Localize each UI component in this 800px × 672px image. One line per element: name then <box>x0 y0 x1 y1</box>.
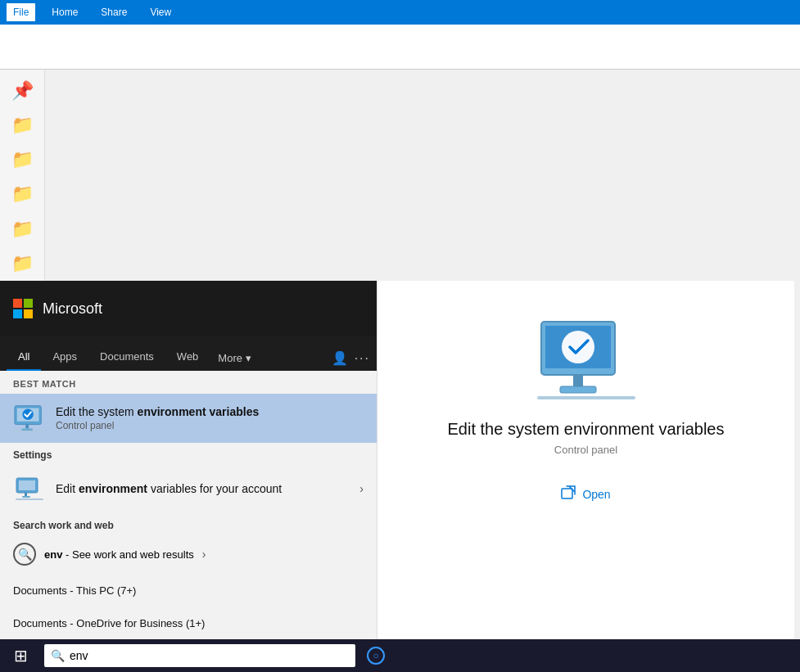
settings-label: Settings <box>0 443 377 464</box>
web-search-item[interactable]: 🔍 env - See work and web results › <box>0 534 377 574</box>
web-search-icon: 🔍 <box>13 543 36 566</box>
windows-logo-icon: ⊞ <box>14 646 28 665</box>
svg-rect-18 <box>562 489 572 498</box>
docs-this-pc-text: Documents - This PC (7+) <box>13 584 136 597</box>
ribbon-tab-share[interactable]: Share <box>94 3 133 21</box>
svg-rect-10 <box>16 498 43 500</box>
user-icon[interactable]: 👤 <box>332 350 348 366</box>
search-nav-tabs: All Apps Documents Web More ▾ 👤 ··· <box>0 336 377 371</box>
best-match-label: Best match <box>0 371 377 394</box>
search-panel-right: Edit the system environment variables Co… <box>377 281 794 639</box>
taskbar: ⊞ 🔍 ○ <box>0 639 800 672</box>
svg-rect-15 <box>573 375 583 386</box>
result-monitor-icon <box>13 402 46 435</box>
search-icon: 🔍 <box>51 649 65 662</box>
svg-rect-5 <box>13 431 46 432</box>
ribbon-tab-view[interactable]: View <box>143 3 178 21</box>
best-match-subtitle: Control panel <box>56 420 364 431</box>
detail-computer-icon <box>537 318 635 399</box>
ribbon-tab-file[interactable]: File <box>7 3 35 21</box>
best-match-text: Edit the system environment variables Co… <box>56 405 364 431</box>
microsoft-title: Microsoft <box>43 300 102 318</box>
logo-red <box>13 299 22 308</box>
tab-documents[interactable]: Documents <box>88 344 165 371</box>
docs-onedrive-text: Documents - OneDrive for Business (1+) <box>13 617 205 629</box>
settings-env-text: Edit environment variables for your acco… <box>56 482 350 495</box>
search-overlay: Microsoft All Apps Documents Web More ▾ … <box>0 281 794 639</box>
detail-title: Edit the system environment variables <box>432 420 741 439</box>
detail-subtitle: Control panel <box>554 444 617 456</box>
microsoft-header: Microsoft <box>0 281 377 336</box>
logo-blue <box>13 309 22 318</box>
computer-icon-svg <box>13 404 46 433</box>
settings-monitor-icon <box>13 472 46 505</box>
logo-yellow <box>24 309 33 318</box>
svg-rect-17 <box>537 396 635 399</box>
svg-rect-8 <box>25 493 27 496</box>
web-search-text: env - See work and web results <box>44 548 194 561</box>
pin-icon[interactable]: 📌 <box>7 76 38 106</box>
svg-rect-3 <box>25 425 29 429</box>
open-label: Open <box>582 488 610 501</box>
folder-icon-4[interactable]: 📁 <box>7 214 38 244</box>
folder-icon-2[interactable]: 📁 <box>7 145 38 174</box>
ribbon-tab-home[interactable]: Home <box>45 3 84 21</box>
best-match-title: Edit the system environment variables <box>56 405 364 418</box>
nav-action-icons: 👤 ··· <box>332 350 370 371</box>
folder-icon-3[interactable]: 📁 <box>7 179 38 209</box>
best-match-item[interactable]: Edit the system environment variables Co… <box>0 394 377 443</box>
tab-web[interactable]: Web <box>165 344 210 371</box>
svg-rect-9 <box>22 496 30 498</box>
tab-more[interactable]: More ▾ <box>210 345 260 371</box>
search-input[interactable] <box>70 649 349 662</box>
folder-icon-5[interactable]: 📁 <box>7 249 38 278</box>
settings-env-title: Edit environment variables for your acco… <box>56 482 350 495</box>
chevron-down-icon: ▾ <box>246 352 251 364</box>
cortana-button[interactable]: ○ <box>355 639 396 672</box>
web-search-label: Search work and web <box>0 513 377 534</box>
settings-env-arrow: › <box>359 482 364 495</box>
cortana-icon: ○ <box>367 647 385 665</box>
docs-onedrive-item[interactable]: Documents - OneDrive for Business (1+) <box>0 607 377 639</box>
svg-point-14 <box>562 331 594 363</box>
svg-rect-4 <box>21 428 32 431</box>
microsoft-logo <box>13 299 33 318</box>
svg-rect-16 <box>560 386 596 393</box>
web-search-arrow: › <box>202 548 206 561</box>
search-panel-left: Microsoft All Apps Documents Web More ▾ … <box>0 281 377 639</box>
open-link-icon <box>561 485 576 503</box>
tab-apps[interactable]: Apps <box>41 344 88 371</box>
more-options-icon[interactable]: ··· <box>355 351 370 366</box>
open-button[interactable]: Open <box>561 480 610 508</box>
ribbon-bar: File Home Share View <box>0 0 800 25</box>
logo-green <box>24 299 33 308</box>
start-button[interactable]: ⊞ <box>0 639 41 672</box>
ribbon-content <box>0 25 800 70</box>
detail-icon <box>533 313 640 404</box>
settings-env-item[interactable]: Edit environment variables for your acco… <box>0 464 377 513</box>
docs-this-pc-item[interactable]: Documents - This PC (7+) <box>0 574 377 607</box>
taskbar-search-box[interactable]: 🔍 <box>44 644 355 667</box>
tab-all[interactable]: All <box>7 344 41 371</box>
svg-rect-7 <box>19 480 35 490</box>
folder-icon-1[interactable]: 📁 <box>7 110 38 140</box>
